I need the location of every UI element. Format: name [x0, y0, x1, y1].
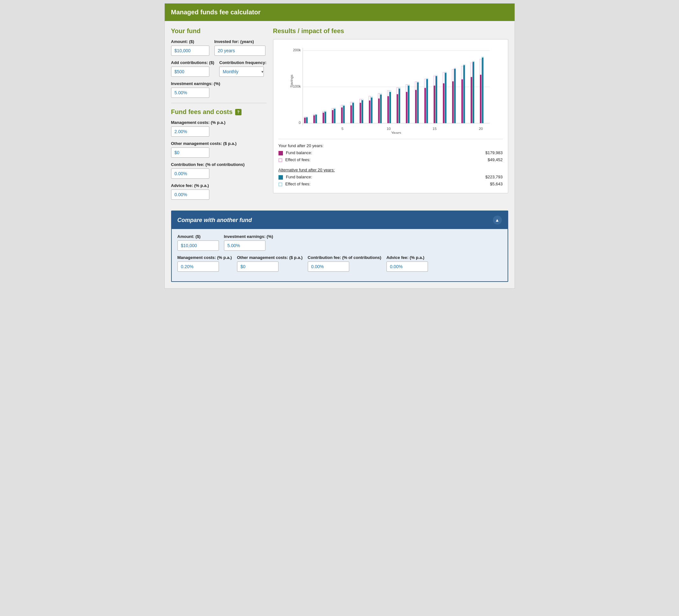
svg-text:100k: 100k	[293, 84, 301, 88]
compare-amount-label: Amount: ($)	[177, 234, 219, 239]
svg-rect-50	[398, 89, 400, 123]
contrib-fee-input[interactable]	[171, 169, 209, 179]
svg-text:Savings: Savings	[290, 74, 293, 88]
svg-rect-42	[380, 95, 381, 123]
svg-rect-67	[435, 75, 437, 76]
svg-rect-75	[454, 68, 456, 69]
svg-rect-24	[341, 107, 343, 123]
svg-rect-15	[315, 114, 317, 115]
section-divider	[171, 103, 267, 103]
svg-rect-31	[352, 102, 354, 103]
mgmt-costs-input[interactable]	[171, 127, 209, 137]
svg-rect-44	[387, 96, 389, 123]
your-fund-section: Your fund Amount: ($) Invested for: (yea…	[171, 27, 267, 98]
svg-rect-33	[359, 99, 361, 103]
results-panel: 200k 100k 0 Savings	[273, 39, 508, 193]
advice-fee-field-group: Advice fee: (% p.a.)	[171, 183, 267, 200]
svg-rect-81	[470, 63, 472, 77]
mgmt-costs-field-group: Management costs: (% p.a.)	[171, 120, 267, 137]
svg-rect-63	[426, 78, 428, 79]
svg-rect-13	[313, 114, 315, 115]
compare-contrib-fee-input[interactable]	[308, 262, 349, 272]
svg-rect-48	[396, 94, 398, 123]
compare-contrib-fee-label: Contribution fee: (% of contributions)	[308, 255, 381, 260]
svg-rect-20	[332, 110, 333, 123]
svg-rect-79	[463, 64, 465, 65]
svg-rect-45	[387, 91, 389, 96]
effect-fees-row: Effect of fees: $49,452	[279, 157, 503, 163]
svg-rect-46	[389, 92, 391, 123]
svg-rect-21	[332, 108, 333, 110]
chevron-up-icon: ▲	[495, 217, 499, 223]
svg-rect-56	[415, 90, 416, 123]
invested-for-input[interactable]	[215, 45, 265, 56]
earnings-field-group: Investment earnings: (%)	[171, 81, 267, 98]
other-mgmt-input[interactable]	[171, 147, 209, 158]
svg-rect-61	[424, 79, 426, 88]
compare-earnings-group: Investment earnings: (%)	[224, 234, 273, 251]
compare-mgmt-label: Management costs: (% p.a.)	[177, 255, 232, 260]
svg-rect-62	[426, 79, 428, 123]
amount-label: Amount: ($)	[171, 39, 209, 44]
svg-rect-47	[389, 91, 391, 92]
svg-text:Years: Years	[391, 131, 401, 134]
compare-amount-input[interactable]	[177, 240, 219, 251]
svg-rect-43	[380, 93, 381, 94]
advice-fee-label: Advice fee: (% p.a.)	[171, 183, 267, 188]
app-header: Managed funds fee calculator	[165, 3, 515, 21]
svg-rect-35	[361, 99, 363, 100]
frequency-label: Contribution frequency:	[219, 60, 266, 65]
svg-rect-83	[473, 61, 474, 62]
compare-earnings-label: Investment earnings: (%)	[224, 234, 273, 239]
mgmt-costs-label: Management costs: (% p.a.)	[171, 120, 267, 125]
contrib-fee-label: Contribution fee: (% of contributions)	[171, 162, 267, 167]
invested-for-field-group: Invested for: (years)	[215, 39, 265, 56]
alt-fees-row: Effect of fees: $5,643	[279, 181, 503, 187]
svg-rect-39	[370, 97, 372, 98]
compare-advice-fee-label: Advice fee: (% p.a.)	[387, 255, 428, 260]
compare-advice-fee-group: Advice fee: (% p.a.)	[387, 255, 428, 272]
app-title: Managed funds fee calculator	[171, 9, 261, 15]
other-mgmt-field-group: Other management costs: ($ p.a.)	[171, 141, 267, 158]
svg-rect-60	[424, 88, 426, 123]
svg-rect-68	[443, 83, 444, 123]
svg-rect-53	[406, 84, 407, 92]
your-fees-legend-square	[279, 158, 282, 162]
svg-rect-29	[350, 102, 352, 105]
contributions-input[interactable]	[171, 67, 209, 77]
alt-fund-section: Alternative fund after 20 years: Fund ba…	[279, 167, 503, 187]
fund-balance-label: Fund balance:	[279, 149, 312, 157]
compare-row-2: Management costs: (% p.a.) Other managem…	[177, 255, 502, 272]
svg-rect-72	[452, 81, 453, 123]
svg-rect-27	[343, 105, 345, 106]
compare-advice-fee-input[interactable]	[387, 262, 428, 272]
alt-fund-legend-square	[279, 175, 283, 180]
effect-fees-value: $49,452	[477, 157, 503, 163]
collapse-button[interactable]: ▲	[493, 216, 502, 225]
compare-mgmt-input[interactable]	[177, 262, 219, 272]
alt-balance-label: Fund balance:	[279, 174, 312, 181]
alt-balance-row: Fund balance: $223,793	[279, 174, 503, 181]
svg-rect-25	[341, 105, 343, 107]
svg-rect-71	[445, 72, 446, 73]
compare-body: Amount: ($) Investment earnings: (%) Man…	[172, 229, 508, 281]
svg-text:10: 10	[387, 127, 391, 131]
compare-other-mgmt-input[interactable]	[237, 262, 279, 272]
compare-title: Compare with another fund	[177, 217, 252, 224]
fund-balance-row: Fund balance: $179,983	[279, 149, 503, 157]
earnings-input[interactable]	[171, 88, 209, 98]
other-mgmt-label: Other management costs: ($ p.a.)	[171, 141, 267, 146]
frequency-select[interactable]: Monthly Fortnightly Weekly Annually	[219, 67, 264, 77]
compare-earnings-input[interactable]	[224, 240, 265, 251]
amount-input[interactable]	[171, 45, 209, 56]
svg-rect-58	[417, 82, 418, 123]
advice-fee-input[interactable]	[171, 190, 209, 200]
svg-rect-80	[470, 77, 472, 123]
svg-text:0: 0	[298, 121, 300, 125]
fees-section-title: Fund fees and costs	[171, 108, 233, 115]
compare-section: Compare with another fund ▲ Amount: ($) …	[171, 210, 508, 282]
compare-other-mgmt-group: Other management costs: ($ p.a.)	[237, 255, 303, 272]
help-icon[interactable]: ?	[235, 109, 241, 115]
svg-rect-38	[370, 98, 372, 123]
contributions-field-group: Add contributions: ($)	[171, 60, 215, 77]
